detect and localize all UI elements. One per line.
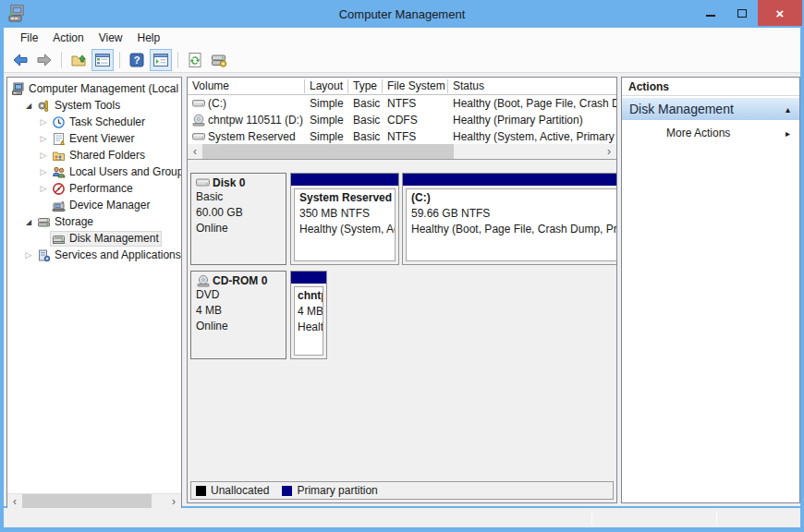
tree-horizontal-scrollbar[interactable]: ‹ › bbox=[7, 493, 181, 508]
disk-type: DVD bbox=[196, 287, 281, 303]
actions-section-disk-management[interactable]: Disk Management ▴ bbox=[622, 98, 799, 120]
toolbar-separator bbox=[61, 52, 62, 68]
help-button[interactable]: ? bbox=[126, 49, 148, 71]
expand-arrow-icon[interactable]: ▷ bbox=[37, 167, 50, 176]
column-header-status[interactable]: Status bbox=[448, 79, 616, 93]
expand-arrow-icon[interactable]: ◢ bbox=[22, 102, 35, 110]
tree-item-task-scheduler[interactable]: ▷ Task Scheduler bbox=[7, 114, 181, 130]
volume-row-d[interactable]: chntpw 110511 (D:) Simple Basic CDFS Hea… bbox=[188, 112, 616, 128]
scroll-left-icon[interactable]: ‹ bbox=[7, 495, 22, 508]
tree-item-local-users-and-groups[interactable]: ▷ Local Users and Groups bbox=[7, 163, 181, 180]
tree-item-performance[interactable]: ▷ Performance bbox=[7, 180, 181, 197]
more-actions-item[interactable]: More Actions ▸ bbox=[622, 120, 799, 146]
toolbar-separator bbox=[177, 52, 178, 68]
tree-item-label: Task Scheduler bbox=[69, 115, 145, 128]
expand-arrow-icon[interactable]: ▷ bbox=[37, 151, 50, 160]
disk-size: 60.00 GB bbox=[196, 205, 281, 221]
show-console-tree-toggle[interactable] bbox=[91, 49, 114, 71]
expand-arrow-icon[interactable]: ▷ bbox=[22, 250, 35, 260]
tree-item-label: Services and Applications bbox=[55, 248, 181, 261]
disk-type: Basic bbox=[196, 189, 281, 205]
volume-type: Basic bbox=[348, 97, 383, 110]
tree-item-system-tools[interactable]: ◢ System Tools bbox=[7, 97, 181, 114]
computer-management-window: Computer Management × File Action View H… bbox=[0, 0, 804, 532]
performance-icon bbox=[52, 182, 66, 196]
volume-list-header: Volume Layout Type File System Status bbox=[188, 78, 616, 95]
show-action-pane-toggle[interactable] bbox=[150, 49, 172, 71]
column-header-type[interactable]: Type bbox=[348, 79, 383, 93]
system-tools-icon bbox=[37, 99, 51, 113]
disk-settings-icon bbox=[211, 52, 227, 68]
volume-status: Healthy (Primary Partition) bbox=[448, 114, 616, 127]
export-list-button[interactable] bbox=[67, 49, 90, 71]
volume-type: Basic bbox=[348, 130, 383, 143]
minimize-icon bbox=[706, 15, 715, 17]
expand-arrow-icon[interactable]: ▷ bbox=[37, 117, 50, 127]
tree-item-event-viewer[interactable]: ▷ Event Viewer bbox=[7, 130, 181, 147]
legend-label: Primary partition bbox=[297, 484, 377, 497]
partition-system-reserved[interactable]: System Reserved 350 MB NTFS Healthy (Sys… bbox=[290, 173, 399, 265]
window-controls: × bbox=[695, 0, 802, 26]
disk-size: 4 MB bbox=[196, 303, 281, 319]
status-bar-divider bbox=[591, 511, 592, 525]
volume-list: Volume Layout Type File System Status (C… bbox=[188, 78, 616, 160]
actions-section-label: Disk Management bbox=[629, 102, 734, 116]
menu-action[interactable]: Action bbox=[45, 28, 91, 48]
scrollbar-thumb[interactable] bbox=[202, 144, 454, 159]
column-header-volume[interactable]: Volume bbox=[188, 79, 305, 93]
back-button[interactable] bbox=[9, 49, 31, 71]
scrollbar-thumb[interactable] bbox=[22, 494, 152, 508]
menu-file[interactable]: File bbox=[13, 28, 45, 48]
column-header-file-system[interactable]: File System bbox=[383, 79, 448, 93]
tree-item-disk-management[interactable]: Disk Management bbox=[7, 230, 181, 247]
tree-item-computer-management[interactable]: Computer Management (Local bbox=[7, 80, 181, 97]
column-header-layout[interactable]: Layout bbox=[305, 79, 348, 93]
menu-view[interactable]: View bbox=[91, 28, 130, 48]
close-button[interactable]: × bbox=[758, 0, 802, 26]
disk-settings-button[interactable] bbox=[208, 49, 230, 71]
refresh-icon bbox=[187, 52, 203, 68]
tree-item-storage[interactable]: ◢ Storage bbox=[7, 213, 181, 230]
scroll-left-icon[interactable]: ‹ bbox=[188, 145, 202, 158]
tree-item-label: Local Users and Groups bbox=[69, 165, 181, 178]
scroll-right-icon[interactable]: › bbox=[602, 145, 616, 158]
partition-cd[interactable]: chntp 4 MB Healt bbox=[290, 271, 327, 359]
expand-arrow-icon[interactable]: ▷ bbox=[37, 134, 50, 143]
submenu-arrow-icon: ▸ bbox=[786, 128, 790, 139]
maximize-icon bbox=[737, 9, 747, 18]
graphical-view: Disk 0 Basic 60.00 GB Online System Rese… bbox=[188, 161, 616, 478]
volume-list-horizontal-scrollbar[interactable]: ‹ › bbox=[188, 144, 616, 159]
volume-layout: Simple bbox=[305, 97, 348, 110]
tree-item-shared-folders[interactable]: ▷ Shared Folders bbox=[7, 147, 181, 163]
volume-status: Healthy (System, Active, Primary bbox=[448, 130, 616, 143]
menu-help[interactable]: Help bbox=[130, 28, 168, 48]
minimize-button[interactable] bbox=[695, 0, 726, 26]
disk-status: Online bbox=[196, 319, 281, 334]
collapse-section-icon[interactable]: ▴ bbox=[786, 104, 790, 115]
menu-bar: File Action View Help bbox=[4, 28, 800, 48]
primary-partition-swatch bbox=[282, 486, 292, 496]
partition-size: 4 MB bbox=[298, 304, 320, 320]
expand-arrow-icon[interactable]: ▷ bbox=[37, 184, 50, 193]
volume-row-c[interactable]: (C:) Simple Basic NTFS Healthy (Boot, Pa… bbox=[188, 95, 616, 112]
tree-item-label: System Tools bbox=[55, 99, 120, 112]
svg-text:?: ? bbox=[134, 54, 140, 66]
refresh-button[interactable] bbox=[184, 49, 206, 71]
tree-item-services-and-applications[interactable]: ▷ Services and Applications bbox=[7, 247, 181, 263]
more-actions-label: More Actions bbox=[666, 127, 730, 139]
partition-c[interactable]: (C:) 59.66 GB NTFS Healthy (Boot, Page F… bbox=[402, 173, 616, 265]
shared-folders-icon bbox=[52, 149, 66, 163]
tree-item-device-manager[interactable]: Device Manager bbox=[7, 197, 181, 213]
toolbar: ? bbox=[4, 48, 800, 73]
disk-0-header[interactable]: Disk 0 Basic 60.00 GB Online bbox=[190, 173, 286, 265]
storage-icon bbox=[37, 215, 51, 229]
legend-unallocated: Unallocated bbox=[196, 484, 269, 497]
disk-name: CD-ROM 0 bbox=[213, 274, 267, 287]
maximize-button[interactable] bbox=[726, 0, 758, 26]
volume-row-system-reserved[interactable]: System Reserved Simple Basic NTFS Health… bbox=[188, 128, 616, 145]
expand-arrow-icon[interactable]: ◢ bbox=[22, 218, 35, 226]
scroll-right-icon[interactable]: › bbox=[166, 495, 181, 508]
selected-tree-node[interactable]: Disk Management bbox=[50, 231, 162, 247]
forward-button[interactable] bbox=[33, 49, 55, 71]
cdrom-0-header[interactable]: CD-ROM 0 DVD 4 MB Online bbox=[190, 271, 286, 359]
